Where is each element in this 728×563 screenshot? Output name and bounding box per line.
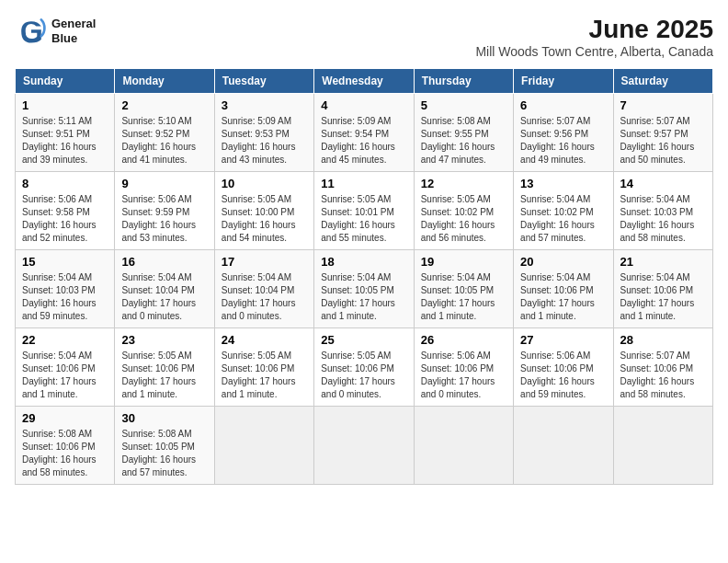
logo-line2: Blue [51, 31, 96, 46]
table-cell [514, 407, 613, 485]
day-number: 30 [121, 411, 207, 425]
col-wednesday: Wednesday [314, 69, 414, 94]
day-info: Sunrise: 5:04 AM Sunset: 10:05 PM Daylig… [321, 271, 406, 323]
day-number: 5 [421, 98, 506, 112]
table-cell: 27 Sunrise: 5:06 AM Sunset: 10:06 PM Day… [514, 328, 613, 407]
week-row-2: 8 Sunrise: 5:06 AM Sunset: 9:58 PM Dayli… [16, 172, 713, 250]
day-number: 22 [22, 333, 108, 347]
col-sunday: Sunday [16, 69, 115, 94]
table-cell [414, 407, 513, 485]
table-cell: 12 Sunrise: 5:05 AM Sunset: 10:02 PM Day… [414, 172, 513, 250]
day-info: Sunrise: 5:08 AM Sunset: 10:06 PM Daylig… [22, 428, 108, 479]
day-info: Sunrise: 5:05 AM Sunset: 10:02 PM Daylig… [421, 193, 506, 245]
day-info: Sunrise: 5:09 AM Sunset: 9:54 PM Dayligh… [321, 115, 406, 167]
week-row-3: 15 Sunrise: 5:04 AM Sunset: 10:03 PM Day… [16, 250, 713, 328]
title-area: June 2025 Mill Woods Town Centre, Albert… [475, 15, 713, 59]
table-cell: 18 Sunrise: 5:04 AM Sunset: 10:05 PM Day… [314, 250, 414, 328]
day-info: Sunrise: 5:06 AM Sunset: 10:06 PM Daylig… [421, 350, 506, 401]
col-thursday: Thursday [414, 69, 513, 94]
table-cell: 4 Sunrise: 5:09 AM Sunset: 9:54 PM Dayli… [314, 94, 414, 172]
day-number: 10 [222, 177, 307, 190]
day-info: Sunrise: 5:06 AM Sunset: 10:06 PM Daylig… [520, 350, 606, 401]
day-number: 19 [421, 255, 506, 269]
table-cell: 29 Sunrise: 5:08 AM Sunset: 10:06 PM Day… [16, 407, 115, 485]
day-number: 29 [22, 411, 108, 425]
table-cell: 16 Sunrise: 5:04 AM Sunset: 10:04 PM Day… [115, 250, 214, 328]
day-number: 25 [321, 333, 406, 347]
col-saturday: Saturday [613, 69, 712, 94]
table-cell: 20 Sunrise: 5:04 AM Sunset: 10:06 PM Day… [514, 250, 613, 328]
day-info: Sunrise: 5:10 AM Sunset: 9:52 PM Dayligh… [121, 115, 207, 167]
location: Mill Woods Town Centre, Alberta, Canada [475, 44, 713, 59]
day-info: Sunrise: 5:05 AM Sunset: 10:06 PM Daylig… [222, 350, 307, 401]
table-cell: 19 Sunrise: 5:04 AM Sunset: 10:05 PM Day… [414, 250, 513, 328]
week-row-5: 29 Sunrise: 5:08 AM Sunset: 10:06 PM Day… [16, 407, 713, 485]
day-number: 23 [121, 333, 207, 347]
col-tuesday: Tuesday [214, 69, 313, 94]
day-info: Sunrise: 5:08 AM Sunset: 10:05 PM Daylig… [121, 428, 207, 479]
day-info: Sunrise: 5:04 AM Sunset: 10:05 PM Daylig… [421, 271, 506, 323]
table-cell: 5 Sunrise: 5:08 AM Sunset: 9:55 PM Dayli… [414, 94, 513, 172]
table-cell: 17 Sunrise: 5:04 AM Sunset: 10:04 PM Day… [214, 250, 313, 328]
table-cell: 15 Sunrise: 5:04 AM Sunset: 10:03 PM Day… [16, 250, 115, 328]
table-cell: 10 Sunrise: 5:05 AM Sunset: 10:00 PM Day… [214, 172, 313, 250]
day-info: Sunrise: 5:04 AM Sunset: 10:06 PM Daylig… [22, 350, 108, 401]
table-cell: 30 Sunrise: 5:08 AM Sunset: 10:05 PM Day… [115, 407, 214, 485]
day-info: Sunrise: 5:04 AM Sunset: 10:04 PM Daylig… [222, 271, 307, 323]
day-number: 14 [620, 177, 706, 190]
day-info: Sunrise: 5:05 AM Sunset: 10:06 PM Daylig… [121, 350, 207, 401]
day-info: Sunrise: 5:06 AM Sunset: 9:58 PM Dayligh… [22, 193, 108, 245]
day-info: Sunrise: 5:04 AM Sunset: 10:03 PM Daylig… [620, 193, 706, 245]
table-cell: 1 Sunrise: 5:11 AM Sunset: 9:51 PM Dayli… [16, 94, 115, 172]
day-number: 7 [620, 98, 706, 112]
day-number: 13 [520, 177, 606, 190]
header-row: Sunday Monday Tuesday Wednesday Thursday… [16, 69, 713, 94]
day-info: Sunrise: 5:07 AM Sunset: 9:57 PM Dayligh… [620, 115, 706, 167]
day-number: 11 [321, 177, 406, 190]
day-info: Sunrise: 5:04 AM Sunset: 10:04 PM Daylig… [121, 271, 207, 323]
table-cell [214, 407, 313, 485]
day-number: 4 [321, 98, 406, 112]
day-number: 1 [22, 98, 108, 112]
day-number: 3 [222, 98, 307, 112]
col-friday: Friday [514, 69, 613, 94]
day-number: 8 [22, 177, 108, 190]
day-number: 15 [22, 255, 108, 269]
table-cell: 6 Sunrise: 5:07 AM Sunset: 9:56 PM Dayli… [514, 94, 613, 172]
day-number: 20 [520, 255, 606, 269]
table-cell [613, 407, 712, 485]
table-cell: 24 Sunrise: 5:05 AM Sunset: 10:06 PM Day… [214, 328, 313, 407]
table-cell: 22 Sunrise: 5:04 AM Sunset: 10:06 PM Day… [16, 328, 115, 407]
table-cell: 7 Sunrise: 5:07 AM Sunset: 9:57 PM Dayli… [613, 94, 712, 172]
header: General Blue June 2025 Mill Woods Town C… [15, 15, 713, 59]
day-number: 18 [321, 255, 406, 269]
day-info: Sunrise: 5:04 AM Sunset: 10:06 PM Daylig… [520, 271, 606, 323]
table-cell: 26 Sunrise: 5:06 AM Sunset: 10:06 PM Day… [414, 328, 513, 407]
day-info: Sunrise: 5:08 AM Sunset: 9:55 PM Dayligh… [421, 115, 506, 167]
day-number: 17 [222, 255, 307, 269]
week-row-4: 22 Sunrise: 5:04 AM Sunset: 10:06 PM Day… [16, 328, 713, 407]
day-info: Sunrise: 5:05 AM Sunset: 10:01 PM Daylig… [321, 193, 406, 245]
day-number: 24 [222, 333, 307, 347]
day-number: 9 [121, 177, 207, 190]
table-cell: 2 Sunrise: 5:10 AM Sunset: 9:52 PM Dayli… [115, 94, 214, 172]
table-cell: 21 Sunrise: 5:04 AM Sunset: 10:06 PM Day… [613, 250, 712, 328]
day-info: Sunrise: 5:04 AM Sunset: 10:03 PM Daylig… [22, 271, 108, 323]
calendar-table: Sunday Monday Tuesday Wednesday Thursday… [15, 68, 713, 485]
day-number: 16 [121, 255, 207, 269]
day-info: Sunrise: 5:06 AM Sunset: 9:59 PM Dayligh… [121, 193, 207, 245]
logo: General Blue [15, 15, 96, 48]
day-info: Sunrise: 5:07 AM Sunset: 9:56 PM Dayligh… [520, 115, 606, 167]
table-cell: 9 Sunrise: 5:06 AM Sunset: 9:59 PM Dayli… [115, 172, 214, 250]
day-number: 27 [520, 333, 606, 347]
day-info: Sunrise: 5:05 AM Sunset: 10:00 PM Daylig… [222, 193, 307, 245]
day-number: 12 [421, 177, 506, 190]
day-number: 6 [520, 98, 606, 112]
table-cell: 28 Sunrise: 5:07 AM Sunset: 10:06 PM Day… [613, 328, 712, 407]
day-number: 2 [121, 98, 207, 112]
table-cell: 25 Sunrise: 5:05 AM Sunset: 10:06 PM Day… [314, 328, 414, 407]
logo-text: General Blue [51, 17, 96, 45]
day-number: 28 [620, 333, 706, 347]
day-info: Sunrise: 5:04 AM Sunset: 10:02 PM Daylig… [520, 193, 606, 245]
table-cell: 14 Sunrise: 5:04 AM Sunset: 10:03 PM Day… [613, 172, 712, 250]
